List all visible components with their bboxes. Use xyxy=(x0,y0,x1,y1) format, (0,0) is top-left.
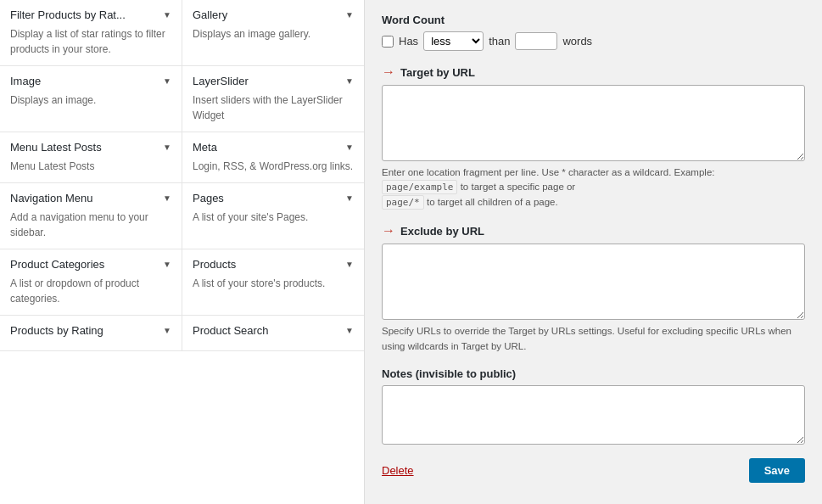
notes-section: Notes (invisible to public) xyxy=(382,367,805,445)
example-code-2: page/* xyxy=(382,195,424,210)
widget-cell-left: Products by Rating ▼ xyxy=(0,316,182,350)
than-label: than xyxy=(489,35,510,48)
words-label: words xyxy=(562,35,592,48)
widget-title: Meta xyxy=(193,141,217,154)
widget-dropdown[interactable]: Filter Products by Rat... ▼ xyxy=(10,8,171,21)
arrow-right-icon: → xyxy=(382,64,395,80)
widget-cell-right: Gallery ▼ Displays an image gallery. xyxy=(182,0,364,65)
widget-cell-left: Menu Latest Posts ▼ Menu Latest Posts xyxy=(0,132,182,182)
chevron-down-icon[interactable]: ▼ xyxy=(163,76,171,86)
target-by-url-help: Enter one location fragment per line. Us… xyxy=(382,165,805,210)
target-by-url-title: → Target by URL xyxy=(382,64,805,80)
widget-cell-left: Image ▼ Displays an image. xyxy=(0,66,182,132)
widget-dropdown[interactable]: Pages ▼ xyxy=(193,192,354,204)
chevron-down-icon[interactable]: ▼ xyxy=(163,10,171,20)
widget-title: LayerSlider xyxy=(193,75,249,87)
widget-cell-right: Pages ▼ A list of your site's Pages. xyxy=(182,183,364,249)
exclude-by-url-title: → Exclude by URL xyxy=(382,223,805,238)
word-count-input[interactable] xyxy=(515,32,557,50)
word-count-section: Word Count Has less more exactly than wo… xyxy=(382,14,805,51)
widget-cell-left: Filter Products by Rat... ▼ Display a li… xyxy=(0,0,182,65)
widget-row: Image ▼ Displays an image. LayerSlider ▼… xyxy=(0,66,364,132)
widget-row: Menu Latest Posts ▼ Menu Latest Posts Me… xyxy=(0,132,364,183)
chevron-down-icon[interactable]: ▼ xyxy=(163,326,171,335)
chevron-down-icon[interactable]: ▼ xyxy=(345,193,354,203)
widget-title: Products xyxy=(193,258,236,271)
widget-row: Products by Rating ▼ Product Search ▼ xyxy=(0,316,364,351)
widget-dropdown[interactable]: Gallery ▼ xyxy=(193,8,354,21)
widget-dropdown[interactable]: Products ▼ xyxy=(193,258,354,271)
word-count-select[interactable]: less more exactly xyxy=(423,31,484,51)
chevron-down-icon[interactable]: ▼ xyxy=(345,143,354,152)
word-count-row: Has less more exactly than words xyxy=(382,31,805,51)
widget-list: Filter Products by Rat... ▼ Display a li… xyxy=(0,0,365,504)
widget-title: Gallery xyxy=(193,8,227,21)
widget-title: Pages xyxy=(193,192,224,204)
chevron-down-icon[interactable]: ▼ xyxy=(345,260,354,269)
widget-dropdown[interactable]: Image ▼ xyxy=(10,75,171,87)
widget-title: Products by Rating xyxy=(10,324,103,337)
widget-desc: Display a list of star ratings to filter… xyxy=(10,26,171,57)
widget-dropdown[interactable]: Meta ▼ xyxy=(193,141,354,154)
widget-desc: Displays an image gallery. xyxy=(193,26,354,42)
widget-desc: Menu Latest Posts xyxy=(10,159,171,174)
widget-title: Product Search xyxy=(193,324,269,337)
widget-desc: Insert sliders with the LayerSlider Widg… xyxy=(193,92,354,123)
widget-cell-right: Meta ▼ Login, RSS, & WordPress.org links… xyxy=(182,132,364,182)
has-label: Has xyxy=(399,35,418,48)
exclude-by-url-section: → Exclude by URL Specify URLs to overrid… xyxy=(382,223,805,354)
widget-cell-left: Navigation Menu ▼ Add a navigation menu … xyxy=(0,183,182,249)
widget-desc: A list of your site's Pages. xyxy=(193,210,354,225)
chevron-down-icon[interactable]: ▼ xyxy=(163,143,171,152)
widget-desc: Add a navigation menu to your sidebar. xyxy=(10,210,171,240)
chevron-down-icon[interactable]: ▼ xyxy=(163,260,171,269)
target-by-url-section: → Target by URL Enter one location fragm… xyxy=(382,64,805,210)
widget-desc: A list of your store's products. xyxy=(193,276,354,291)
chevron-down-icon[interactable]: ▼ xyxy=(345,76,354,86)
widget-cell-left: Product Categories ▼ A list or dropdown … xyxy=(0,249,182,315)
widget-desc: A list or dropdown of product categories… xyxy=(10,276,171,306)
widget-dropdown[interactable]: Product Search ▼ xyxy=(193,324,354,337)
widget-title: Menu Latest Posts xyxy=(10,141,102,154)
widget-title: Image xyxy=(10,75,41,87)
chevron-down-icon[interactable]: ▼ xyxy=(345,10,354,20)
target-by-url-input[interactable] xyxy=(382,85,805,161)
widget-title: Product Categories xyxy=(10,258,104,271)
chevron-down-icon[interactable]: ▼ xyxy=(345,326,354,335)
delete-button[interactable]: Delete xyxy=(382,464,414,477)
widget-desc: Login, RSS, & WordPress.org links. xyxy=(193,159,354,174)
widget-dropdown[interactable]: Navigation Menu ▼ xyxy=(10,192,171,204)
has-checkbox[interactable] xyxy=(382,36,394,48)
example-code-1: page/example xyxy=(382,180,457,194)
notes-title: Notes (invisible to public) xyxy=(382,367,805,380)
widget-cell-right: Products ▼ A list of your store's produc… xyxy=(182,249,364,315)
settings-panel: Word Count Has less more exactly than wo… xyxy=(365,0,822,504)
widget-dropdown[interactable]: LayerSlider ▼ xyxy=(193,75,354,87)
widget-dropdown[interactable]: Products by Rating ▼ xyxy=(10,324,171,337)
footer-actions: Delete Save xyxy=(382,458,805,483)
exclude-by-url-help: Specify URLs to override the Target by U… xyxy=(382,324,805,354)
chevron-down-icon[interactable]: ▼ xyxy=(163,193,171,203)
widget-title: Filter Products by Rat... xyxy=(10,8,126,21)
widget-dropdown[interactable]: Menu Latest Posts ▼ xyxy=(10,141,171,154)
widget-title: Navigation Menu xyxy=(10,192,93,204)
widget-dropdown[interactable]: Product Categories ▼ xyxy=(10,258,171,271)
save-button[interactable]: Save xyxy=(749,458,805,483)
widget-row: Filter Products by Rat... ▼ Display a li… xyxy=(0,0,364,66)
widget-cell-right: Product Search ▼ xyxy=(182,316,364,350)
widget-cell-right: LayerSlider ▼ Insert sliders with the La… xyxy=(182,66,364,132)
word-count-title: Word Count xyxy=(382,14,805,26)
widget-row: Navigation Menu ▼ Add a navigation menu … xyxy=(0,183,364,249)
notes-input[interactable] xyxy=(382,385,805,445)
widget-desc: Displays an image. xyxy=(10,92,171,108)
exclude-by-url-input[interactable] xyxy=(382,244,805,320)
arrow-right-icon: → xyxy=(382,223,395,238)
widget-row: Product Categories ▼ A list or dropdown … xyxy=(0,249,364,316)
